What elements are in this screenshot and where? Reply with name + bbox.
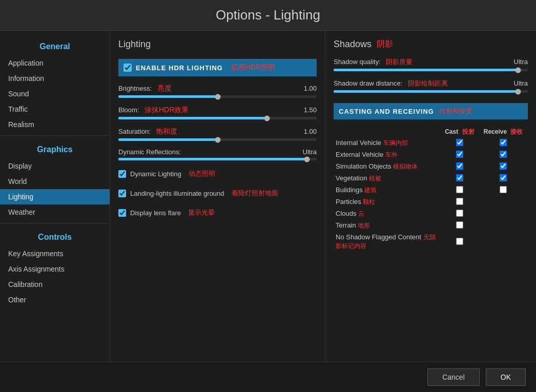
receive-cell <box>479 149 528 161</box>
receive-checkbox-4[interactable] <box>500 186 507 193</box>
controls-header: Controls <box>0 226 110 246</box>
sidebar-item-realism[interactable]: Realism <box>0 117 110 132</box>
casting-row: Internal Vehicle 车辆内部 <box>334 137 528 149</box>
saturation-thumb <box>215 137 220 142</box>
bloom-thumb <box>264 115 270 121</box>
casting-item-label: No Shadow Flagged Content 无阴影标记内容 <box>334 232 440 252</box>
cast-cell <box>440 184 479 196</box>
display-lens-label: Display lens flare <box>130 209 181 217</box>
shadow-draw-value: Ultra <box>514 79 528 87</box>
dynamic-reflections-track[interactable] <box>118 158 317 160</box>
sidebar-item-key-assignments[interactable]: Key Assignments <box>0 246 110 261</box>
receive-cell <box>479 161 528 173</box>
casting-row: No Shadow Flagged Content 无阴影标记内容 <box>334 232 528 252</box>
sidebar-item-axis-assignments[interactable]: Axis Assignments <box>0 261 110 277</box>
sidebar-item-lighting[interactable]: Lighting <box>0 189 110 204</box>
cast-checkbox-5[interactable] <box>456 198 463 205</box>
cast-checkbox-4[interactable] <box>456 186 463 193</box>
graphics-header: Graphics <box>0 139 110 158</box>
shadow-draw-track[interactable] <box>334 90 528 93</box>
sidebar-item-sound[interactable]: Sound <box>0 86 110 101</box>
sidebar-item-application[interactable]: Application <box>0 55 110 71</box>
landing-lights-cn: 着陆灯照射地面 <box>232 189 278 198</box>
shadow-draw-label: Shadow draw distance: 阴影绘制距离 <box>334 78 448 88</box>
shadow-quality-label: Shadow quality: 阴影质量 <box>334 57 413 67</box>
casting-item-label: Internal Vehicle 车辆内部 <box>334 137 440 149</box>
sidebar-item-information[interactable]: Information <box>0 71 110 86</box>
cast-cell <box>440 220 479 232</box>
receive-cell <box>479 173 528 184</box>
casting-item-label: Particles 颗粒 <box>334 196 440 208</box>
dynamic-reflections-thumb <box>304 156 310 162</box>
brightness-track[interactable] <box>118 95 317 98</box>
cast-checkbox-1[interactable] <box>456 151 463 158</box>
cast-checkbox-6[interactable] <box>456 210 463 217</box>
brightness-row: Brightness: 亮度 1.00 <box>118 84 317 98</box>
sidebar-item-traffic[interactable]: Traffic <box>0 101 110 117</box>
sidebar-item-other[interactable]: Other <box>0 292 110 307</box>
sidebar-item-weather[interactable]: Weather <box>0 204 110 220</box>
landing-lights-checkbox[interactable] <box>118 190 126 197</box>
casting-title: CASTING AND RECEIVING <box>339 108 434 115</box>
cast-checkbox-2[interactable] <box>456 162 463 170</box>
cast-cell <box>440 208 479 220</box>
shadows-title-row: Shadows 阴影 <box>334 39 528 50</box>
receive-checkbox-0[interactable] <box>500 139 507 146</box>
hdr-checkbox[interactable] <box>123 64 132 72</box>
divider-2 <box>0 223 110 223</box>
receive-cell <box>479 208 528 220</box>
bottom-bar: Cancel OK <box>0 362 536 392</box>
shadow-quality-track[interactable] <box>334 69 528 71</box>
hdr-label-cn: 启用HDR照明 <box>231 63 275 72</box>
receive-checkbox-3[interactable] <box>500 174 507 181</box>
bloom-cn: 涂抹HDR效果 <box>145 106 189 114</box>
casting-row: External Vehicle 车外 <box>334 149 528 161</box>
cancel-button[interactable]: Cancel <box>427 368 480 386</box>
sidebar: General Application Information Sound Tr… <box>0 31 110 362</box>
lighting-panel-title: Lighting <box>118 39 317 50</box>
receive-checkbox-2[interactable] <box>500 162 507 170</box>
general-header: General <box>0 36 110 55</box>
cast-checkbox-3[interactable] <box>456 174 463 181</box>
receive-cell <box>479 232 528 252</box>
casting-title-cn: 投射和接受 <box>439 107 472 116</box>
saturation-fill <box>118 138 218 141</box>
casting-table: Cast 投射 Receive 接收 Internal Vehicle 车辆内部… <box>334 127 528 252</box>
shadow-draw-distance-row: Shadow draw distance: 阴影绘制距离 Ultra <box>334 78 528 93</box>
receive-checkbox-1[interactable] <box>500 151 507 158</box>
cast-checkbox-7[interactable] <box>456 221 463 229</box>
cast-cell <box>440 149 479 161</box>
landing-lights-label: Landing-lights illuminate ground <box>130 190 224 197</box>
casting-item-label: Buildings 建筑 <box>334 184 440 196</box>
bloom-row: Bloom: 涂抹HDR效果 1.50 <box>118 105 317 119</box>
shadows-title-cn: 阴影 <box>377 39 393 50</box>
dynamic-lighting-label: Dynamic Lighting <box>130 170 181 178</box>
dynamic-lighting-cn: 动态照明 <box>189 169 215 178</box>
brightness-label: Brightness: 亮度 <box>118 84 172 93</box>
sidebar-item-display[interactable]: Display <box>0 158 110 174</box>
dynamic-lighting-option: Dynamic Lighting 动态照明 <box>118 168 317 180</box>
hdr-label: ENABLE HDR LIGHTING <box>136 64 223 72</box>
cast-checkbox-0[interactable] <box>456 139 463 146</box>
dynamic-reflections-value: Ultra <box>303 148 317 156</box>
display-lens-checkbox[interactable] <box>118 209 126 217</box>
display-lens-option: Display lens flare 显示光晕 <box>118 207 317 219</box>
cast-cell <box>440 161 479 173</box>
casting-header: CASTING AND RECEIVING 投射和接受 <box>334 103 528 119</box>
dynamic-lighting-checkbox[interactable] <box>118 170 126 178</box>
cast-cell <box>440 196 479 208</box>
main-layout: General Application Information Sound Tr… <box>0 31 536 362</box>
saturation-track[interactable] <box>118 138 317 141</box>
bloom-track[interactable] <box>118 117 317 119</box>
lighting-panel: Lighting ENABLE HDR LIGHTING 启用HDR照明 Bri… <box>110 31 325 362</box>
receive-cell <box>479 137 528 149</box>
casting-item-label: Vegetation 植被 <box>334 173 440 184</box>
ok-button[interactable]: OK <box>486 368 526 386</box>
sidebar-item-calibration[interactable]: Calibration <box>0 277 110 292</box>
cast-checkbox-8[interactable] <box>456 238 463 245</box>
shadows-panel: Shadows 阴影 Shadow quality: 阴影质量 Ultra <box>325 31 536 362</box>
saturation-value: 1.00 <box>304 128 317 135</box>
sidebar-item-world[interactable]: World <box>0 174 110 189</box>
casting-row: Buildings 建筑 <box>334 184 528 196</box>
brightness-fill <box>118 95 218 98</box>
